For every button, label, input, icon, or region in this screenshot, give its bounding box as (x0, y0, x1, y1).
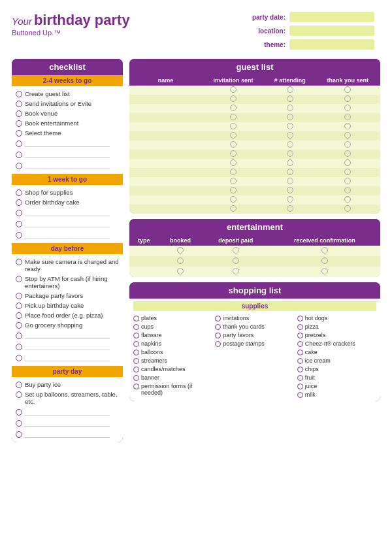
checkbox[interactable] (321, 257, 328, 264)
checkbox[interactable] (16, 221, 22, 227)
ent-type-cell[interactable] (129, 267, 158, 277)
checkbox[interactable] (133, 384, 139, 389)
guest-name-cell[interactable] (129, 168, 202, 177)
checkbox[interactable] (287, 205, 293, 212)
checkbox[interactable] (344, 150, 351, 157)
ent-type-cell[interactable] (129, 246, 158, 256)
checkbox[interactable] (16, 101, 22, 107)
blank-input[interactable] (25, 210, 110, 216)
checkbox[interactable] (16, 420, 22, 427)
checkbox[interactable] (287, 159, 293, 166)
checkbox[interactable] (321, 268, 328, 274)
blank-input[interactable] (25, 431, 110, 438)
checkbox[interactable] (230, 169, 237, 175)
checkbox[interactable] (297, 384, 303, 389)
checkbox[interactable] (287, 123, 293, 129)
blank-input[interactable] (25, 420, 110, 427)
checkbox[interactable] (297, 316, 303, 321)
checkbox[interactable] (16, 344, 22, 350)
blank-input[interactable] (25, 232, 110, 238)
checkbox[interactable] (344, 95, 351, 102)
checkbox[interactable] (230, 187, 237, 193)
checkbox[interactable] (287, 150, 293, 157)
checkbox[interactable] (344, 105, 351, 111)
checkbox[interactable] (344, 196, 351, 203)
checkbox[interactable] (230, 205, 237, 212)
checkbox[interactable] (230, 123, 237, 129)
checkbox[interactable] (230, 141, 237, 148)
checkbox[interactable] (287, 105, 293, 111)
checkbox[interactable] (287, 132, 293, 139)
checkbox[interactable] (344, 141, 351, 148)
checkbox[interactable] (133, 316, 139, 321)
checkbox[interactable] (133, 333, 139, 338)
checkbox[interactable] (16, 409, 22, 416)
checkbox[interactable] (230, 150, 237, 157)
checkbox[interactable] (230, 105, 237, 111)
checkbox[interactable] (215, 341, 221, 347)
checkbox[interactable] (230, 196, 237, 203)
checkbox[interactable] (16, 189, 22, 196)
checkbox[interactable] (16, 210, 22, 216)
checkbox[interactable] (16, 382, 22, 388)
checkbox[interactable] (297, 358, 303, 364)
checkbox[interactable] (16, 333, 22, 339)
checkbox[interactable] (344, 205, 351, 212)
checkbox[interactable] (321, 247, 328, 254)
guest-name-cell[interactable] (129, 186, 202, 195)
checkbox[interactable] (297, 333, 303, 338)
checkbox[interactable] (230, 86, 237, 93)
checkbox[interactable] (297, 341, 303, 347)
checkbox[interactable] (16, 91, 22, 97)
checkbox[interactable] (344, 178, 351, 184)
checkbox[interactable] (230, 95, 237, 102)
checkbox[interactable] (344, 187, 351, 193)
checkbox[interactable] (344, 159, 351, 166)
blank-input[interactable] (25, 152, 110, 158)
checkbox[interactable] (287, 187, 293, 193)
checkbox[interactable] (16, 303, 22, 309)
checkbox[interactable] (133, 324, 139, 330)
blank-input[interactable] (25, 221, 110, 227)
checkbox[interactable] (177, 257, 184, 264)
checkbox[interactable] (215, 333, 221, 338)
checkbox[interactable] (344, 132, 351, 139)
checkbox[interactable] (177, 268, 184, 274)
guest-name-cell[interactable] (129, 131, 202, 140)
blank-input[interactable] (25, 344, 110, 350)
guest-name-cell[interactable] (129, 95, 202, 104)
checkbox[interactable] (230, 159, 237, 166)
checkbox[interactable] (344, 86, 351, 93)
theme-input[interactable] (289, 39, 374, 50)
checkbox[interactable] (16, 431, 22, 438)
checkbox[interactable] (287, 95, 293, 102)
blank-input[interactable] (25, 333, 110, 339)
checkbox[interactable] (215, 324, 221, 330)
checkbox[interactable] (16, 355, 22, 361)
checkbox[interactable] (297, 350, 303, 355)
checkbox[interactable] (133, 367, 139, 372)
guest-name-cell[interactable] (129, 140, 202, 150)
checkbox[interactable] (297, 392, 303, 398)
checkbox[interactable] (344, 114, 351, 120)
checkbox[interactable] (297, 324, 303, 330)
checkbox[interactable] (233, 268, 239, 274)
checkbox[interactable] (297, 375, 303, 381)
blank-input[interactable] (25, 140, 110, 147)
location-input[interactable] (289, 25, 374, 36)
guest-name-cell[interactable] (129, 104, 202, 113)
checkbox[interactable] (16, 152, 22, 158)
checkbox[interactable] (233, 257, 239, 264)
guest-name-cell[interactable] (129, 122, 202, 131)
blank-input[interactable] (25, 355, 110, 361)
checkbox[interactable] (287, 178, 293, 184)
checkbox[interactable] (287, 169, 293, 175)
checkbox[interactable] (133, 350, 139, 355)
checkbox[interactable] (16, 293, 22, 299)
checkbox[interactable] (177, 247, 184, 254)
checkbox[interactable] (16, 312, 22, 319)
checkbox[interactable] (344, 123, 351, 129)
guest-name-cell[interactable] (129, 113, 202, 122)
checkbox[interactable] (133, 358, 139, 364)
guest-name-cell[interactable] (129, 159, 202, 168)
